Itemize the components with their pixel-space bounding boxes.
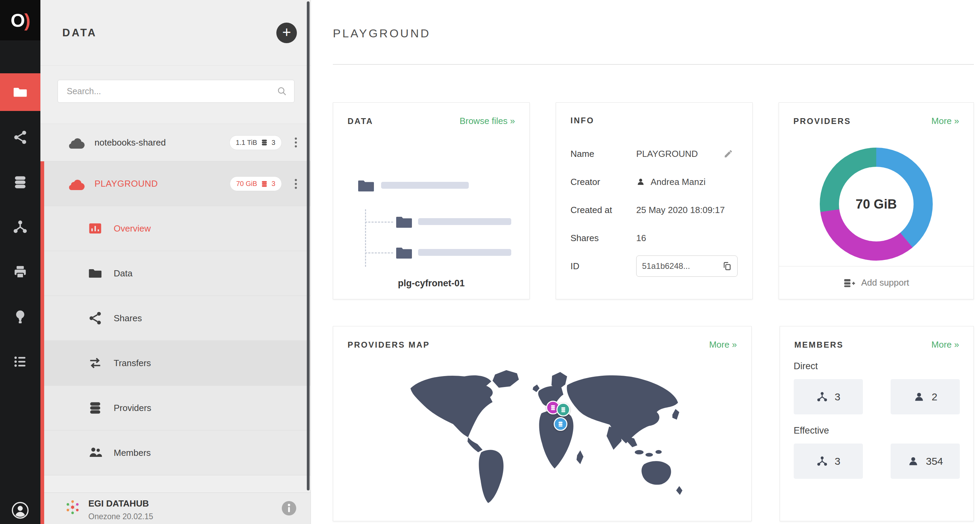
nav-item-profile[interactable]: [0, 502, 40, 519]
egi-datahub-logo-icon: [65, 500, 80, 515]
direct-groups-count: 3: [835, 391, 841, 403]
database-icon: [261, 139, 268, 146]
copy-icon[interactable]: [722, 261, 732, 271]
sidebar-item-providers[interactable]: Providers: [40, 385, 310, 430]
nav-item-clusters[interactable]: [0, 249, 40, 294]
sidebar-item-label: Transfers: [114, 358, 151, 368]
members-more-link[interactable]: More »: [931, 339, 959, 350]
logo-text-primary: O: [11, 10, 24, 31]
sidebar-item-label: Providers: [114, 403, 151, 413]
folder-icon: [88, 266, 103, 281]
share-icon: [12, 129, 28, 145]
page-title: PLAYGROUND: [333, 27, 974, 40]
card-title: PROVIDERS MAP: [348, 340, 430, 350]
providers-donut[interactable]: 70 GiB: [820, 148, 933, 261]
user-icon: [913, 391, 925, 403]
printer-icon: [12, 264, 28, 280]
provider-layers-icon: [550, 404, 557, 411]
effective-members-row: 3 354: [794, 444, 960, 479]
space-menu-icon[interactable]: [291, 178, 301, 190]
groups-icon: [816, 456, 828, 467]
sidebar-item-shares[interactable]: Shares: [40, 296, 310, 341]
map-more-link[interactable]: More »: [709, 339, 737, 350]
direct-groups-stat[interactable]: 3: [794, 379, 863, 414]
nav-item-tokens[interactable]: [0, 339, 40, 384]
edit-pencil-icon[interactable]: [724, 149, 733, 159]
info-row-created-at: Created at 25 May 2020 18:09:17: [571, 196, 738, 224]
provider-caption: plg-cyfronet-01: [333, 278, 530, 289]
sidebar-item-members[interactable]: Members: [40, 430, 310, 475]
search-input[interactable]: [57, 80, 294, 103]
child-folder-icon: [396, 215, 412, 228]
space-list: notebooks-shared 1.1 TiB 3 PLAYGROUND 70…: [40, 124, 310, 475]
card-title: MEMBERS: [794, 340, 844, 350]
nav-item-groups[interactable]: [0, 204, 40, 249]
add-support-icon: [843, 278, 855, 288]
selected-space-indicator: [40, 161, 44, 524]
card-header: PROVIDERS MAP More »: [333, 327, 751, 350]
nav-item-harvesters[interactable]: [0, 294, 40, 339]
add-space-button[interactable]: +: [276, 22, 297, 43]
effective-members-label: Effective: [794, 425, 960, 436]
space-menu-icon[interactable]: [291, 137, 301, 148]
space-id-field[interactable]: 51a1b6248...: [636, 255, 738, 277]
card-header: DATA Browse files »: [333, 103, 530, 126]
providers-more-link[interactable]: More »: [931, 116, 959, 126]
effective-groups-stat[interactable]: 3: [794, 444, 863, 479]
tree-connector: [365, 252, 393, 253]
space-size: 70 GiB: [236, 180, 257, 188]
overview-chart-icon: [88, 221, 103, 236]
provider-layers-icon: [560, 406, 567, 413]
file-placeholder-bar: [418, 249, 511, 256]
cards-row-top: DATA Browse files » plg-cyfronet-01 INFO: [333, 102, 974, 299]
user-avatar-icon: [11, 502, 29, 519]
sidebar-scrollbar[interactable]: [307, 2, 310, 491]
search-box: [57, 80, 294, 103]
data-sidebar: DATA + notebooks-shared 1.1 TiB 3 PLAYGR…: [40, 0, 311, 524]
sidebar-item-overview[interactable]: Overview: [40, 206, 310, 251]
direct-members-label: Direct: [794, 361, 960, 371]
info-icon[interactable]: [281, 500, 297, 516]
groups-icon: [816, 391, 828, 403]
add-support-button[interactable]: Add support: [779, 266, 974, 299]
app-nav: O ): [0, 0, 40, 524]
groups-icon: [12, 219, 28, 235]
space-name: notebooks-shared: [94, 137, 229, 148]
sidebar-item-data[interactable]: Data: [40, 251, 310, 296]
folder-icon: [12, 84, 28, 100]
world-map[interactable]: [388, 358, 696, 505]
space-provider-count: 3: [272, 180, 275, 188]
sidebar-footer: EGI DATAHUB Onezone 20.02.15: [40, 492, 310, 524]
browse-files-link[interactable]: Browse files »: [460, 116, 515, 126]
footer-text: EGI DATAHUB Onezone 20.02.15: [88, 499, 153, 521]
space-size: 1.1 TiB: [236, 139, 257, 147]
cloud-icon: [67, 178, 85, 190]
space-row-playground[interactable]: PLAYGROUND 70 GiB 3: [40, 161, 310, 206]
card-title: INFO: [571, 116, 594, 125]
space-name-value: PLAYGROUND: [636, 149, 698, 159]
nav-item-data[interactable]: [0, 73, 40, 111]
info-label: Created at: [571, 205, 636, 215]
onedata-logo[interactable]: O ): [0, 0, 40, 40]
info-row-shares: Shares 16: [571, 224, 738, 252]
nav-item-shares[interactable]: [0, 115, 40, 159]
nav-item-providers[interactable]: [0, 159, 40, 204]
space-name: PLAYGROUND: [94, 178, 230, 189]
sidebar-item-label: Shares: [114, 313, 142, 323]
info-label: ID: [571, 261, 636, 272]
child-folder-icon: [396, 245, 412, 259]
list-icon: [12, 354, 28, 370]
world-map-illustration: [388, 358, 696, 505]
user-icon: [907, 456, 919, 467]
created-at-value: 25 May 2020 18:09:17: [636, 205, 725, 215]
tree-connector: [365, 209, 366, 267]
nav-item-list: [0, 73, 40, 384]
logo-text-accent: ): [24, 10, 30, 31]
sidebar-item-transfers[interactable]: Transfers: [40, 341, 310, 385]
sidebar-title: DATA: [62, 27, 276, 39]
direct-users-stat[interactable]: 2: [891, 379, 960, 414]
card-title: PROVIDERS: [793, 116, 851, 126]
tree-connector: [365, 221, 393, 223]
effective-users-stat[interactable]: 354: [891, 444, 960, 479]
space-row-notebooks-shared[interactable]: notebooks-shared 1.1 TiB 3: [40, 124, 310, 161]
